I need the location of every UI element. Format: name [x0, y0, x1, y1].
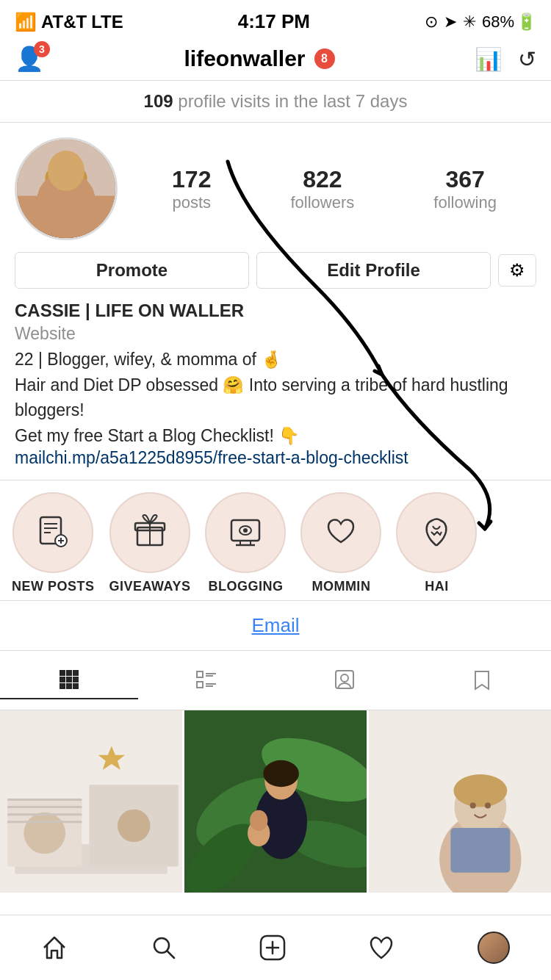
grid-cell-3[interactable] — [369, 710, 551, 893]
nav-center: lifeonwaller 8 — [184, 46, 334, 71]
tab-grid[interactable] — [0, 661, 138, 699]
settings-icon: ⚙ — [509, 260, 525, 281]
search-icon — [151, 934, 177, 961]
grid-image-2 — [184, 710, 367, 893]
settings-button[interactable]: ⚙ — [498, 254, 536, 287]
posts-label: posts — [172, 193, 211, 212]
battery-icon: 🔋 — [516, 12, 536, 32]
mommin-icon — [323, 514, 359, 551]
avatar[interactable] — [15, 137, 118, 240]
tab-tagged[interactable] — [276, 661, 414, 699]
highlight-hair[interactable]: HAI — [396, 492, 477, 594]
visits-count: 109 — [144, 91, 173, 111]
profile-header: 172 posts 822 followers 367 following — [0, 123, 551, 252]
nav-right: 📊 ↺ — [475, 46, 536, 72]
status-time: 4:17 PM — [238, 10, 310, 33]
tab-saved[interactable] — [414, 661, 552, 699]
svg-point-39 — [341, 674, 348, 682]
activity-icon — [368, 934, 395, 961]
bio-line3: Get my free Start a Blog Checklist! 👇 — [15, 423, 536, 449]
highlight-new-posts[interactable]: NEW POSTS — [12, 492, 95, 594]
activity-count-badge[interactable]: 8 — [314, 48, 335, 69]
svg-rect-23 — [60, 670, 65, 676]
highlight-label-hair: HAI — [425, 579, 449, 594]
navigation-bar: 👤 3 lifeonwaller 8 📊 ↺ — [0, 39, 551, 81]
grid-cell-2[interactable] — [184, 710, 367, 893]
svg-point-45 — [118, 810, 151, 843]
username-label: lifeonwaller — [184, 46, 305, 71]
highlight-circle-new-posts — [12, 492, 93, 573]
svg-rect-27 — [66, 677, 72, 682]
carrier-text: AT&T — [41, 12, 87, 32]
profile-thumbnail — [478, 932, 510, 964]
blogging-icon — [227, 514, 264, 551]
highlight-label-blogging: BLOGGING — [208, 579, 283, 594]
svg-point-3 — [46, 167, 86, 209]
promote-button[interactable]: Promote — [15, 252, 249, 289]
status-right: ⊙ ➤ ✳ 68% 🔋 — [425, 12, 536, 32]
tab-list[interactable] — [138, 661, 276, 699]
highlight-label-mommin: MOMMIN — [311, 579, 370, 594]
status-left: 📶 AT&T LTE — [15, 12, 123, 32]
nav-add-button[interactable] — [245, 929, 300, 967]
highlight-blogging[interactable]: BLOGGING — [205, 492, 286, 594]
svg-point-44 — [24, 813, 65, 854]
svg-point-7 — [56, 206, 77, 214]
battery-indicator: 68% 🔋 — [482, 12, 536, 32]
nav-home-button[interactable] — [26, 929, 82, 967]
highlight-giveaways[interactable]: GIVEAWAYS — [109, 492, 191, 594]
posts-stat[interactable]: 172 posts — [172, 166, 211, 212]
highlights-section: NEW POSTS GIVEAWAYS BLOGGING — [0, 480, 551, 601]
highlight-circle-hair — [396, 492, 477, 573]
nav-activity-button[interactable] — [353, 929, 409, 967]
followers-label: followers — [290, 193, 354, 212]
add-icon — [259, 934, 286, 961]
highlight-circle-giveaways — [109, 492, 190, 573]
nav-search-button[interactable] — [136, 929, 192, 967]
action-buttons: Promote Edit Profile ⚙ — [0, 252, 551, 300]
following-stat[interactable]: 367 following — [433, 166, 497, 212]
svg-point-58 — [263, 760, 299, 787]
bio-link[interactable]: mailchi.mp/a5a1225d8955/free-start-a-blo… — [15, 448, 408, 467]
edit-profile-button[interactable]: Edit Profile — [256, 252, 491, 289]
signal-icon: 📶 — [15, 12, 37, 32]
tagged-view-icon — [334, 669, 356, 691]
highlight-mommin[interactable]: MOMMIN — [300, 492, 381, 594]
history-icon[interactable]: ↺ — [518, 46, 536, 72]
status-bar: 📶 AT&T LTE 4:17 PM ⊙ ➤ ✳ 68% 🔋 — [0, 0, 551, 39]
grid-image-1 — [0, 710, 182, 893]
followers-count: 822 — [290, 166, 354, 193]
svg-rect-32 — [197, 671, 203, 677]
visits-suffix: profile visits in the last 7 days — [173, 91, 408, 111]
followers-stat[interactable]: 822 followers — [290, 166, 354, 212]
following-count: 367 — [433, 166, 497, 193]
profile-website[interactable]: Website — [15, 324, 536, 344]
notification-badge: 3 — [34, 41, 50, 57]
svg-point-6 — [73, 179, 90, 206]
analytics-icon[interactable]: 📊 — [475, 46, 502, 72]
nav-profile-button[interactable] — [463, 926, 525, 970]
highlight-label-giveaways: GIVEAWAYS — [109, 579, 191, 594]
battery-percent: 68% — [482, 12, 514, 32]
svg-rect-35 — [197, 682, 203, 688]
giveaways-icon — [132, 514, 168, 551]
saved-view-icon — [471, 669, 493, 691]
nav-left: 👤 3 — [15, 45, 44, 73]
posts-count: 172 — [172, 166, 211, 193]
add-user-button[interactable]: 👤 3 — [15, 45, 44, 73]
content-tabs — [0, 651, 551, 710]
stats-container: 172 posts 822 followers 367 following — [132, 166, 536, 212]
highlight-label-new-posts: NEW POSTS — [12, 579, 95, 594]
location-icon: ⊙ — [425, 12, 438, 32]
email-link[interactable]: Email — [251, 614, 299, 636]
profile-name: CASSIE | LIFE ON WALLER — [15, 300, 536, 321]
following-label: following — [433, 193, 497, 212]
grid-cell-1[interactable] — [0, 710, 182, 893]
list-view-icon — [195, 669, 217, 691]
svg-point-4 — [45, 163, 87, 194]
bio-line1: 22 | Blogger, wifey, & momma of 🤞 — [15, 347, 536, 372]
bottom-navigation — [0, 915, 551, 980]
svg-point-68 — [485, 803, 491, 809]
home-icon — [41, 934, 68, 961]
svg-point-60 — [250, 810, 267, 831]
